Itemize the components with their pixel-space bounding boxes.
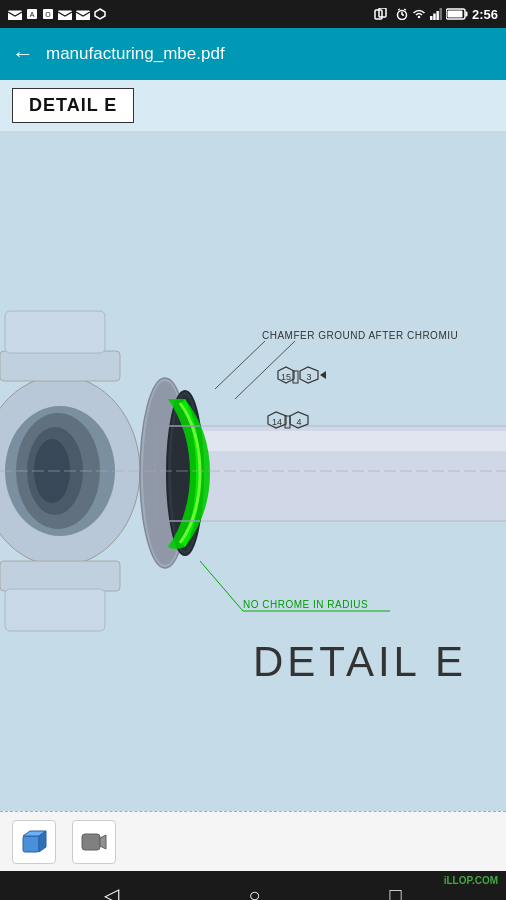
svg-rect-60 bbox=[82, 834, 100, 850]
svg-rect-16 bbox=[433, 14, 436, 21]
svg-line-13 bbox=[398, 9, 400, 10]
signal-icon bbox=[430, 8, 442, 20]
svg-rect-20 bbox=[465, 12, 467, 17]
recent-nav-button[interactable]: □ bbox=[389, 884, 401, 901]
svg-text:DETAIL  E: DETAIL E bbox=[253, 638, 467, 685]
svg-rect-21 bbox=[447, 11, 462, 18]
svg-rect-17 bbox=[436, 11, 439, 20]
status-bar: A O bbox=[0, 0, 506, 28]
copy-icon bbox=[374, 8, 392, 20]
bottom-toolbar bbox=[0, 811, 506, 871]
battery-icon bbox=[446, 8, 468, 20]
detail-label-container: DETAIL E bbox=[0, 80, 506, 131]
status-icons-left: A O bbox=[8, 8, 106, 20]
svg-text:CHAMFER GROUND AFTER CHROMIU: CHAMFER GROUND AFTER CHROMIU bbox=[262, 330, 458, 341]
drawing-area: 15 3 14 4 CHAMFER GROUND AFTER CHROMIU N… bbox=[0, 131, 506, 811]
back-button[interactable]: ← bbox=[12, 41, 34, 67]
status-right: 2:56 bbox=[374, 7, 498, 22]
svg-rect-25 bbox=[0, 351, 120, 381]
svg-text:15: 15 bbox=[281, 372, 291, 382]
svg-rect-26 bbox=[0, 561, 120, 591]
svg-text:A: A bbox=[30, 11, 35, 18]
svg-text:3: 3 bbox=[306, 372, 311, 382]
svg-text:4: 4 bbox=[296, 417, 301, 427]
tool-btn-1[interactable] bbox=[12, 820, 56, 864]
svg-text:NO CHROME IN RADIUS: NO CHROME IN RADIUS bbox=[243, 599, 368, 610]
svg-rect-18 bbox=[439, 8, 442, 20]
svg-line-14 bbox=[404, 9, 406, 10]
home-nav-button[interactable]: ○ bbox=[248, 884, 260, 901]
engineering-drawing: 15 3 14 4 CHAMFER GROUND AFTER CHROMIU N… bbox=[0, 131, 506, 811]
tool-btn-2[interactable] bbox=[72, 820, 116, 864]
back-nav-button[interactable]: ◁ bbox=[104, 883, 119, 900]
svg-rect-28 bbox=[155, 431, 506, 451]
alarm-icon bbox=[396, 8, 408, 20]
nav-bar: ◁ ○ □ iLLOP.COM bbox=[0, 871, 506, 900]
time-display: 2:56 bbox=[472, 7, 498, 22]
app-title: manufacturing_mbe.pdf bbox=[46, 44, 225, 64]
wifi-icon bbox=[412, 8, 426, 20]
svg-rect-15 bbox=[430, 16, 433, 20]
video-icon bbox=[80, 828, 108, 856]
svg-marker-61 bbox=[100, 835, 106, 849]
3d-view-icon bbox=[20, 828, 48, 856]
watermark: iLLOP.COM bbox=[444, 875, 498, 886]
svg-marker-7 bbox=[95, 9, 105, 19]
app-bar: ← manufacturing_mbe.pdf bbox=[0, 28, 506, 80]
svg-rect-37 bbox=[5, 589, 105, 631]
svg-rect-57 bbox=[23, 836, 39, 852]
svg-text:14: 14 bbox=[272, 417, 282, 427]
svg-text:O: O bbox=[45, 11, 51, 18]
detail-e-label: DETAIL E bbox=[12, 88, 134, 123]
svg-rect-36 bbox=[5, 311, 105, 353]
